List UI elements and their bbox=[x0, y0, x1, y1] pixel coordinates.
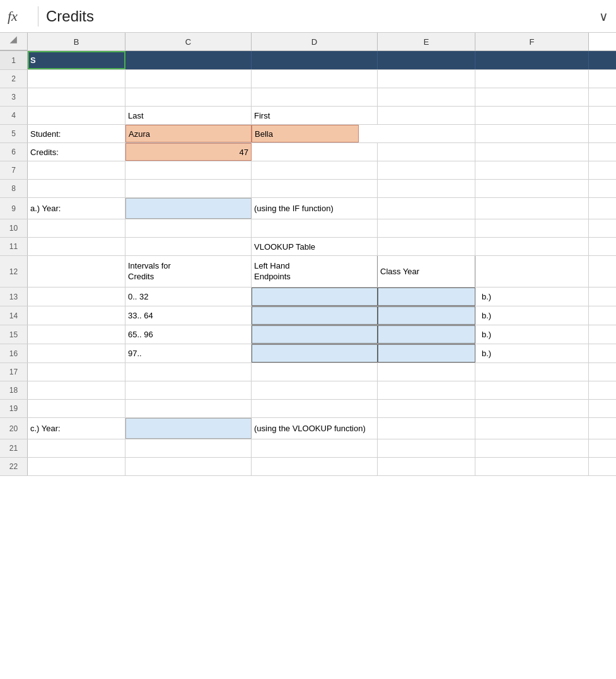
cell-b12[interactable] bbox=[28, 256, 125, 287]
cell-c18[interactable] bbox=[125, 381, 252, 399]
cell-f6[interactable] bbox=[475, 143, 589, 161]
cell-c20[interactable] bbox=[125, 418, 252, 439]
cell-d19[interactable] bbox=[252, 400, 378, 417]
cell-c4[interactable]: Last bbox=[125, 107, 252, 124]
cell-e22[interactable] bbox=[378, 458, 475, 475]
cell-e5[interactable] bbox=[359, 125, 475, 142]
cell-d22[interactable] bbox=[252, 458, 378, 475]
cell-f11[interactable] bbox=[475, 238, 589, 255]
cell-d1[interactable] bbox=[252, 51, 378, 69]
cell-f19[interactable] bbox=[475, 400, 589, 417]
cell-e14[interactable] bbox=[378, 306, 475, 325]
cell-e21[interactable] bbox=[378, 439, 475, 457]
cell-f16[interactable]: b.) bbox=[475, 344, 589, 363]
cell-d14[interactable] bbox=[252, 306, 378, 325]
cell-b22[interactable] bbox=[28, 458, 125, 475]
cell-c17[interactable] bbox=[125, 363, 252, 381]
cell-d6[interactable] bbox=[252, 143, 378, 161]
cell-f4[interactable] bbox=[475, 107, 589, 124]
cell-f8[interactable] bbox=[475, 180, 589, 197]
cell-d18[interactable] bbox=[252, 381, 378, 399]
cell-d2[interactable] bbox=[252, 70, 378, 88]
cell-c13[interactable]: 0.. 32 bbox=[125, 287, 252, 306]
cell-d16[interactable] bbox=[252, 344, 378, 363]
cell-f13[interactable]: b.) bbox=[475, 287, 589, 306]
cell-d9[interactable]: (using the IF function) bbox=[252, 198, 378, 219]
cell-d7[interactable] bbox=[252, 161, 378, 179]
cell-b21[interactable] bbox=[28, 439, 125, 457]
cell-e8[interactable] bbox=[378, 180, 475, 197]
cell-d3[interactable] bbox=[252, 88, 378, 106]
cell-f9[interactable] bbox=[475, 198, 589, 219]
cell-b19[interactable] bbox=[28, 400, 125, 417]
cell-b16[interactable] bbox=[28, 344, 125, 363]
cell-c19[interactable] bbox=[125, 400, 252, 417]
cell-b1[interactable]: S bbox=[28, 51, 125, 69]
cell-c11[interactable] bbox=[125, 238, 252, 255]
cell-e9[interactable] bbox=[378, 198, 475, 219]
cell-b7[interactable] bbox=[28, 161, 125, 179]
cell-f22[interactable] bbox=[475, 458, 589, 475]
cell-f10[interactable] bbox=[475, 219, 589, 237]
cell-e10[interactable] bbox=[378, 219, 475, 237]
cell-c7[interactable] bbox=[125, 161, 252, 179]
chevron-down-icon[interactable]: ∨ bbox=[599, 9, 608, 24]
cell-b9[interactable]: a.) Year: bbox=[28, 198, 125, 219]
cell-c16[interactable]: 97.. bbox=[125, 344, 252, 363]
cell-e2[interactable] bbox=[378, 70, 475, 88]
cell-b5[interactable]: Student: bbox=[28, 125, 125, 142]
cell-b4[interactable] bbox=[28, 107, 125, 124]
cell-c21[interactable] bbox=[125, 439, 252, 457]
cell-e18[interactable] bbox=[378, 381, 475, 399]
cell-c15[interactable]: 65.. 96 bbox=[125, 325, 252, 344]
cell-f3[interactable] bbox=[475, 88, 589, 106]
cell-b18[interactable] bbox=[28, 381, 125, 399]
cell-b20[interactable]: c.) Year: bbox=[28, 418, 125, 439]
cell-f21[interactable] bbox=[475, 439, 589, 457]
col-header-f[interactable]: F bbox=[475, 33, 589, 50]
cell-b2[interactable] bbox=[28, 70, 125, 88]
cell-e4[interactable] bbox=[378, 107, 475, 124]
cell-b17[interactable] bbox=[28, 363, 125, 381]
col-header-c[interactable]: C bbox=[125, 33, 252, 50]
cell-e6[interactable] bbox=[378, 143, 475, 161]
cell-c22[interactable] bbox=[125, 458, 252, 475]
cell-d10[interactable] bbox=[252, 219, 378, 237]
col-header-b[interactable]: B bbox=[28, 33, 125, 50]
cell-e3[interactable] bbox=[378, 88, 475, 106]
cell-e15[interactable] bbox=[378, 325, 475, 344]
cell-e19[interactable] bbox=[378, 400, 475, 417]
cell-b14[interactable] bbox=[28, 306, 125, 325]
cell-e17[interactable] bbox=[378, 363, 475, 381]
cell-d20[interactable]: (using the VLOOKUP function) bbox=[252, 418, 378, 439]
cell-f14[interactable]: b.) bbox=[475, 306, 589, 325]
cell-f1[interactable] bbox=[475, 51, 589, 69]
cell-e20[interactable] bbox=[378, 418, 475, 439]
cell-e7[interactable] bbox=[378, 161, 475, 179]
cell-d8[interactable] bbox=[252, 180, 378, 197]
cell-d15[interactable] bbox=[252, 325, 378, 344]
cell-f7[interactable] bbox=[475, 161, 589, 179]
cell-c14[interactable]: 33.. 64 bbox=[125, 306, 252, 325]
cell-f2[interactable] bbox=[475, 70, 589, 88]
corner-cell[interactable] bbox=[0, 33, 28, 50]
cell-b6[interactable]: Credits: bbox=[28, 143, 125, 161]
cell-f18[interactable] bbox=[475, 381, 589, 399]
cell-b8[interactable] bbox=[28, 180, 125, 197]
cell-c1[interactable] bbox=[125, 51, 252, 69]
cell-c10[interactable] bbox=[125, 219, 252, 237]
cell-b15[interactable] bbox=[28, 325, 125, 344]
cell-f12[interactable] bbox=[475, 256, 589, 287]
cell-e11[interactable] bbox=[378, 238, 475, 255]
cell-d21[interactable] bbox=[252, 439, 378, 457]
cell-b13[interactable] bbox=[28, 287, 125, 306]
cell-e13[interactable] bbox=[378, 287, 475, 306]
cell-c5[interactable]: Azura bbox=[125, 125, 252, 142]
cell-e12[interactable]: Class Year bbox=[378, 256, 475, 287]
cell-d13[interactable] bbox=[252, 287, 378, 306]
cell-d12[interactable]: Left Hand Endpoints bbox=[252, 256, 378, 287]
col-header-d[interactable]: D bbox=[252, 33, 378, 50]
cell-c2[interactable] bbox=[125, 70, 252, 88]
cell-f20[interactable] bbox=[475, 418, 589, 439]
cell-e16[interactable] bbox=[378, 344, 475, 363]
